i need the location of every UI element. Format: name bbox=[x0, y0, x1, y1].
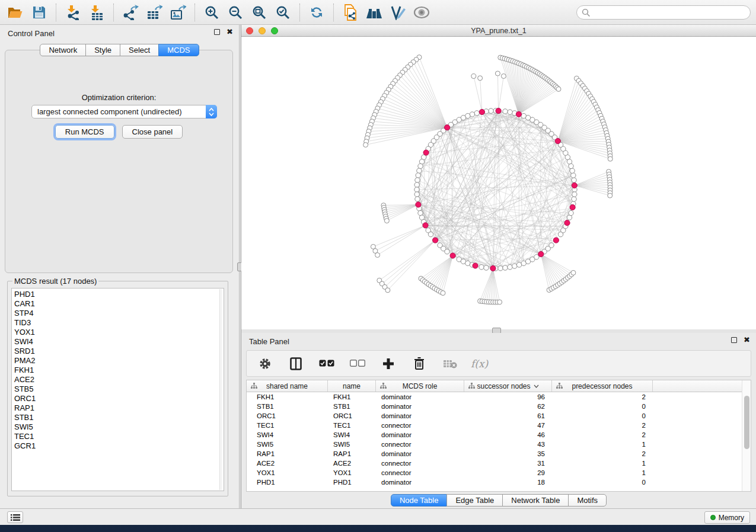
table-cell: dominator bbox=[376, 403, 464, 410]
table-cell: 0 bbox=[552, 479, 653, 486]
mcds-result-item[interactable]: CAR1 bbox=[14, 299, 224, 309]
table-cell: ACE2 bbox=[247, 460, 328, 467]
tab-network[interactable]: Network bbox=[40, 44, 86, 56]
mcds-result-item[interactable]: STB5 bbox=[14, 384, 224, 394]
tab-node-table[interactable]: Node Table bbox=[391, 494, 448, 507]
table-cell: 62 bbox=[464, 403, 552, 410]
scrollbar-thumb[interactable] bbox=[744, 396, 749, 449]
mcds-result-item[interactable]: ORC1 bbox=[14, 394, 224, 403]
show-column-button[interactable] bbox=[287, 354, 305, 374]
deselect-all-rows-button[interactable] bbox=[349, 354, 366, 374]
delete-column-button[interactable] bbox=[410, 354, 428, 374]
refresh-view-button[interactable] bbox=[306, 2, 327, 23]
memory-label: Memory bbox=[719, 514, 744, 522]
close-panel-button[interactable]: Close panel bbox=[122, 125, 183, 139]
add-column-button[interactable] bbox=[379, 354, 397, 374]
export-network-button[interactable] bbox=[120, 2, 141, 23]
float-panel-icon[interactable] bbox=[214, 29, 220, 35]
run-mcds-button[interactable]: Run MCDS bbox=[55, 125, 114, 139]
table-toolbar: f(x) bbox=[246, 350, 751, 377]
mcds-result-item[interactable]: PHD1 bbox=[14, 290, 224, 299]
zoom-in-icon bbox=[206, 7, 218, 18]
float-panel-icon[interactable] bbox=[731, 337, 737, 343]
select-all-rows-button[interactable] bbox=[318, 354, 336, 374]
optimization-criterion-select[interactable]: largest connected component (undirected) bbox=[31, 105, 217, 118]
destroy-table-button[interactable] bbox=[441, 354, 459, 374]
export-table-button[interactable] bbox=[143, 2, 165, 23]
tab-motifs[interactable]: Motifs bbox=[568, 494, 607, 507]
close-panel-icon[interactable]: ✖ bbox=[227, 29, 233, 35]
table-column-icon bbox=[251, 383, 257, 389]
mcds-result-item[interactable]: SWI4 bbox=[14, 337, 224, 347]
table-options-button[interactable] bbox=[256, 354, 274, 374]
select-all-icon bbox=[320, 360, 334, 367]
function-builder-icon[interactable]: f(x) bbox=[471, 358, 488, 370]
mcds-result-item[interactable]: SWI5 bbox=[14, 422, 224, 432]
mcds-result-item[interactable]: PMA2 bbox=[14, 356, 224, 366]
table-cell: dominator bbox=[376, 431, 464, 438]
table-row[interactable]: FKH1FKH1dominator962 bbox=[247, 392, 751, 402]
table-row[interactable]: STB1STB1dominator620 bbox=[247, 402, 751, 411]
first-neighbors-button[interactable] bbox=[363, 2, 385, 23]
mcds-result-item[interactable]: STB1 bbox=[14, 413, 224, 422]
table-row[interactable]: TEC1TEC1connector472 bbox=[247, 421, 751, 430]
table-row[interactable]: YOX1YOX1connector291 bbox=[247, 468, 751, 477]
network-canvas[interactable] bbox=[241, 37, 756, 329]
mcds-result-item[interactable]: SRD1 bbox=[14, 347, 224, 356]
clone-network-button[interactable] bbox=[340, 2, 361, 23]
zoom-out-button[interactable] bbox=[225, 2, 246, 23]
close-panel-icon[interactable]: ✖ bbox=[744, 337, 750, 343]
table-row[interactable]: ACE2ACE2connector311 bbox=[247, 459, 751, 468]
mcds-result-item[interactable]: FKH1 bbox=[14, 366, 224, 375]
show-hide-graphics-button[interactable] bbox=[411, 2, 432, 23]
refresh-icon bbox=[311, 7, 322, 17]
mcds-result-item[interactable]: STP4 bbox=[14, 309, 224, 318]
mcds-result-item[interactable]: RAP1 bbox=[14, 403, 224, 413]
table-cell: 1 bbox=[552, 469, 653, 476]
result-scrollbar[interactable] bbox=[219, 289, 222, 490]
column-header-MCDS-role[interactable]: MCDS role bbox=[376, 380, 464, 392]
mcds-result-item[interactable]: ACE2 bbox=[14, 375, 224, 384]
table-cell: SWI5 bbox=[247, 441, 328, 448]
column-header-shared-name[interactable]: shared name bbox=[247, 380, 328, 392]
open-file-button[interactable] bbox=[5, 2, 26, 23]
tab-network-table[interactable]: Network Table bbox=[502, 494, 569, 507]
mcds-result-item[interactable]: YOX1 bbox=[14, 328, 224, 337]
tab-edge-table[interactable]: Edge Table bbox=[446, 494, 503, 507]
plus-icon bbox=[383, 358, 394, 369]
table-row[interactable]: RAP1RAP1dominator352 bbox=[247, 449, 751, 459]
memory-button[interactable]: Memory bbox=[704, 511, 750, 524]
table-cell: 35 bbox=[464, 450, 552, 457]
search-input[interactable] bbox=[591, 8, 745, 17]
mcds-result-item[interactable]: TEC1 bbox=[14, 432, 224, 441]
zoom-fit-button[interactable] bbox=[248, 2, 270, 23]
clone-network-icon bbox=[345, 5, 356, 20]
table-cell: 0 bbox=[552, 403, 653, 410]
tab-style[interactable]: Style bbox=[85, 44, 120, 56]
show-panels-button[interactable] bbox=[7, 511, 23, 523]
column-header-predecessor-nodes[interactable]: predecessor nodes bbox=[552, 380, 653, 392]
status-bar: Memory bbox=[0, 508, 756, 525]
toolbar-separator bbox=[194, 4, 195, 21]
table-row[interactable]: SWI4SWI4dominator462 bbox=[247, 430, 751, 440]
tab-select[interactable]: Select bbox=[120, 44, 159, 56]
zoom-selected-button[interactable] bbox=[272, 2, 294, 23]
table-scrollbar[interactable] bbox=[742, 380, 751, 491]
import-network-button[interactable] bbox=[62, 2, 84, 23]
zoom-in-button[interactable] bbox=[201, 2, 222, 23]
table-row[interactable]: PHD1PHD1dominator180 bbox=[247, 477, 751, 487]
vizmapper-button[interactable] bbox=[387, 2, 409, 23]
export-image-button[interactable] bbox=[167, 2, 189, 23]
mcds-result-item[interactable]: GCR1 bbox=[14, 441, 224, 451]
import-table-button[interactable] bbox=[86, 2, 107, 23]
column-header-name[interactable]: name bbox=[328, 380, 376, 392]
table-cell: YOX1 bbox=[328, 469, 376, 476]
sort-chevron-icon bbox=[534, 384, 539, 388]
column-header-successor-nodes[interactable]: successor nodes bbox=[464, 380, 552, 392]
table-row[interactable]: SWI5SWI5connector431 bbox=[247, 440, 751, 449]
network-window-title: YPA_prune.txt_1 bbox=[241, 27, 756, 35]
mcds-result-item[interactable]: TID3 bbox=[14, 318, 224, 328]
tab-mcds[interactable]: MCDS bbox=[158, 44, 199, 56]
table-row[interactable]: ORC1ORC1dominator610 bbox=[247, 411, 751, 421]
save-session-button[interactable] bbox=[28, 2, 50, 23]
